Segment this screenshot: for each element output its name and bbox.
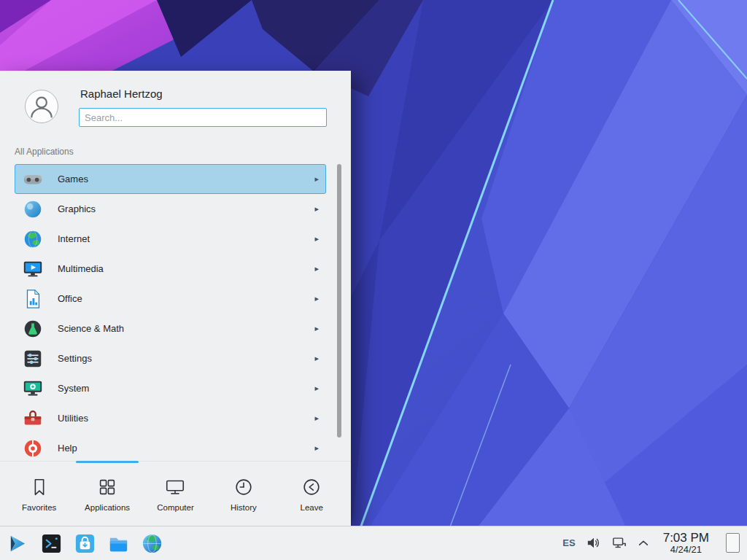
menu-item-office[interactable]: Office ▸	[15, 284, 326, 314]
leave-icon	[301, 476, 322, 498]
tab-label: Computer	[157, 503, 194, 512]
launcher-tabs: Favorites Applications	[0, 461, 351, 526]
games-icon	[22, 168, 44, 190]
taskbar-apps	[0, 532, 164, 556]
menu-item-label: Settings	[58, 353, 92, 364]
launcher-header: Raphael Hertzog	[0, 71, 351, 135]
taskbar-discover-button[interactable]	[73, 532, 97, 556]
settings-icon	[22, 348, 44, 370]
menu-item-science-math[interactable]: Science & Math ▸	[15, 314, 326, 343]
bookmark-icon	[28, 476, 50, 498]
menu-list: Games ▸ Graphics ▸	[0, 161, 351, 461]
tab-label: Applications	[85, 503, 130, 512]
expand-tray-caret-up-icon[interactable]	[638, 539, 649, 547]
internet-icon	[22, 228, 44, 250]
menu-item-label: Office	[58, 293, 82, 304]
menu-item-graphics[interactable]: Graphics ▸	[15, 194, 326, 224]
submenu-arrow-icon: ▸	[314, 324, 319, 333]
menu-item-label: Internet	[58, 233, 90, 244]
tab-label: Leave	[301, 503, 323, 512]
avatar[interactable]	[25, 90, 58, 123]
tab-leave[interactable]: Leave	[278, 462, 346, 526]
menu-item-settings[interactable]: Settings ▸	[15, 343, 326, 373]
monitor-icon	[164, 476, 186, 498]
menu-item-system[interactable]: System ▸	[15, 373, 326, 403]
grid-icon	[96, 476, 118, 498]
system-tray: ES	[562, 531, 747, 556]
science-icon	[22, 318, 44, 340]
clock[interactable]: 7:03 PM 4/24/21	[663, 531, 709, 556]
show-desktop-button[interactable]	[726, 533, 740, 553]
app-launcher-button[interactable]	[6, 532, 30, 556]
graphics-icon	[22, 198, 44, 220]
menu-item-multimedia[interactable]: Multimedia ▸	[15, 254, 326, 284]
submenu-arrow-icon: ▸	[314, 443, 319, 453]
menu-item-label: System	[58, 383, 89, 394]
tab-applications[interactable]: Applications	[73, 462, 141, 526]
menu-item-games[interactable]: Games ▸	[15, 164, 326, 194]
taskbar: ES	[0, 526, 747, 560]
submenu-arrow-icon: ▸	[314, 264, 319, 273]
menu-item-help[interactable]: Help ▸	[15, 433, 326, 461]
keyboard-layout-indicator[interactable]: ES	[562, 537, 575, 548]
taskbar-files-button[interactable]	[107, 532, 131, 556]
tab-computer[interactable]: Computer	[142, 462, 209, 526]
menu-item-label: Science & Math	[58, 323, 124, 334]
submenu-arrow-icon: ▸	[314, 204, 319, 214]
menu-item-utilities[interactable]: Utilities ▸	[15, 403, 326, 433]
menu-item-internet[interactable]: Internet ▸	[15, 224, 326, 254]
menu-item-label: Multimedia	[58, 263, 104, 274]
submenu-arrow-icon: ▸	[314, 384, 319, 393]
volume-icon[interactable]	[587, 536, 601, 550]
multimedia-icon	[22, 258, 44, 280]
menu-item-label: Help	[58, 443, 77, 454]
terminal-icon	[40, 532, 63, 555]
system-icon	[22, 378, 44, 400]
kickoff-icon	[7, 532, 29, 555]
submenu-arrow-icon: ▸	[314, 354, 319, 363]
clock-date: 4/24/21	[663, 545, 709, 556]
submenu-arrow-icon: ▸	[314, 413, 319, 423]
menu-item-label: Games	[58, 174, 88, 184]
web-browser-icon	[141, 532, 163, 555]
submenu-arrow-icon: ▸	[314, 294, 319, 303]
office-icon	[22, 288, 44, 310]
file-manager-icon	[107, 532, 130, 555]
utilities-icon	[22, 408, 44, 429]
section-label: All Applications	[15, 147, 351, 157]
submenu-arrow-icon: ▸	[314, 174, 319, 184]
tab-label: Favorites	[22, 503, 56, 512]
tab-history[interactable]: History	[209, 462, 277, 526]
desktop: Raphael Hertzog All Applications Games ▸	[0, 0, 747, 560]
application-launcher: Raphael Hertzog All Applications Games ▸	[0, 71, 351, 526]
tab-favorites[interactable]: Favorites	[5, 462, 73, 526]
search-input[interactable]	[79, 108, 327, 127]
user-name: Raphael Hertzog	[80, 88, 163, 100]
scrollbar[interactable]	[337, 164, 341, 438]
network-icon[interactable]	[612, 536, 627, 550]
clock-icon	[233, 476, 255, 498]
taskbar-terminal-button[interactable]	[39, 532, 63, 556]
tab-label: History	[231, 503, 257, 512]
user-icon	[26, 90, 58, 122]
menu-item-label: Utilities	[58, 413, 88, 424]
discover-icon	[74, 532, 96, 555]
submenu-arrow-icon: ▸	[314, 234, 319, 244]
help-icon	[22, 438, 44, 459]
clock-time: 7:03 PM	[663, 531, 709, 545]
menu-item-label: Graphics	[58, 203, 96, 214]
taskbar-browser-button[interactable]	[140, 532, 164, 556]
